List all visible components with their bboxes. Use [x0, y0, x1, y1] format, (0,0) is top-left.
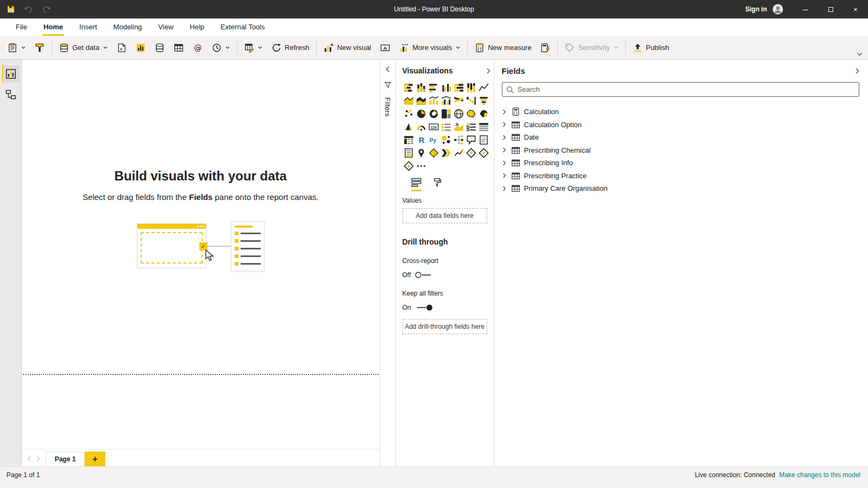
publish-button[interactable]: Publish	[628, 38, 674, 58]
custom-visual-3-icon[interactable]	[402, 160, 415, 172]
collapse-ribbon-button[interactable]	[854, 50, 865, 58]
power-apps-icon[interactable]	[427, 147, 440, 159]
refresh-button[interactable]: Refresh	[267, 38, 314, 58]
clustered-bar-chart-icon[interactable]	[427, 82, 440, 94]
collapse-fields-pane-button[interactable]	[856, 68, 859, 74]
fields-tab[interactable]	[411, 178, 422, 191]
more-options-icon[interactable]	[415, 160, 427, 172]
scatter-chart-icon[interactable]	[402, 108, 415, 120]
stacked-column-chart-icon[interactable]	[415, 82, 427, 94]
format-painter-button[interactable]	[30, 38, 49, 58]
ribbon-chart-icon[interactable]	[452, 95, 465, 107]
stacked-area-chart-icon[interactable]	[415, 95, 427, 107]
waterfall-chart-icon[interactable]	[465, 95, 477, 107]
menu-home[interactable]: Home	[35, 18, 71, 36]
page-tab[interactable]: Page 1	[46, 452, 85, 466]
field-item-primary-care-organisation[interactable]: Primary Care Organisation	[502, 182, 860, 195]
azure-map-icon[interactable]	[402, 121, 415, 133]
expand-chevron-icon[interactable]	[502, 122, 507, 127]
fields-search-box[interactable]	[502, 82, 860, 97]
expand-chevron-icon[interactable]	[502, 135, 507, 140]
sign-in-button[interactable]: Sign in	[745, 5, 767, 13]
filters-pane-label[interactable]: Filters	[383, 97, 392, 116]
expand-filters-pane-button[interactable]	[386, 66, 389, 72]
menu-file[interactable]: File	[8, 18, 35, 36]
undo-icon[interactable]	[24, 5, 33, 14]
menu-view[interactable]: View	[150, 18, 181, 36]
100-stacked-bar-chart-icon[interactable]	[452, 82, 465, 94]
custom-visual-2-icon[interactable]	[477, 147, 490, 159]
table-icon[interactable]	[477, 121, 490, 133]
paste-button[interactable]	[3, 38, 30, 58]
field-item-calculation[interactable]: Calculation	[502, 105, 860, 118]
report-view-button[interactable]	[2, 65, 20, 83]
arcgis-map-icon[interactable]	[415, 147, 427, 159]
donut-chart-icon[interactable]	[427, 108, 440, 120]
map-icon[interactable]	[452, 108, 465, 120]
field-item-prescribing-practice[interactable]: Prescribing Practice	[502, 170, 860, 183]
pie-chart-icon[interactable]	[415, 108, 427, 120]
transform-data-button[interactable]	[240, 38, 267, 58]
field-item-prescribing-chemical[interactable]: Prescribing Chemical	[502, 144, 860, 157]
add-drill-through-fields-dropzone[interactable]: Add drill-through fields here	[402, 319, 487, 334]
decomposition-tree-icon[interactable]	[452, 134, 465, 146]
card-icon[interactable]: 123	[427, 121, 440, 133]
sensitivity-button[interactable]: Sensitivity	[561, 38, 622, 58]
dataverse-button[interactable]: @	[188, 38, 207, 58]
minimize-button[interactable]: ─	[793, 0, 818, 18]
next-page-arrow-icon[interactable]	[36, 455, 40, 461]
new-measure-button[interactable]: New measure	[470, 38, 536, 58]
power-bi-datasets-button[interactable]	[131, 38, 150, 58]
text-box-button[interactable]: A	[376, 38, 394, 58]
expand-chevron-icon[interactable]	[502, 173, 507, 178]
key-influencers-icon[interactable]	[440, 134, 452, 146]
expand-chevron-icon[interactable]	[502, 109, 507, 115]
area-chart-icon[interactable]	[402, 95, 415, 107]
excel-workbook-button[interactable]: x	[112, 38, 131, 58]
field-item-date[interactable]: Date	[502, 131, 860, 144]
stacked-bar-chart-icon[interactable]	[402, 82, 415, 94]
menu-external-tools[interactable]: External Tools	[212, 18, 273, 36]
metrics-icon[interactable]	[452, 147, 465, 159]
menu-help[interactable]: Help	[181, 18, 212, 36]
get-data-button[interactable]: Get data	[55, 38, 112, 58]
new-visual-button[interactable]: New visual	[319, 38, 375, 58]
make-changes-link[interactable]: Make changes to this model	[779, 471, 860, 479]
100-stacked-column-chart-icon[interactable]	[465, 82, 477, 94]
collapse-visualizations-pane-button[interactable]	[487, 68, 490, 74]
save-icon[interactable]	[7, 5, 15, 14]
qa-visual-icon[interactable]: ?	[465, 134, 477, 146]
line-and-clustered-column-chart-icon[interactable]	[440, 95, 452, 107]
recent-sources-button[interactable]	[207, 38, 234, 58]
redo-icon[interactable]	[42, 5, 51, 14]
treemap-icon[interactable]	[440, 108, 452, 120]
cross-report-toggle[interactable]	[414, 271, 433, 279]
keep-all-filters-toggle[interactable]	[415, 304, 433, 311]
close-button[interactable]: ×	[843, 0, 868, 18]
filled-map-icon[interactable]	[465, 108, 477, 120]
custom-visual-icon[interactable]	[465, 147, 477, 159]
multi-row-card-icon[interactable]	[440, 121, 452, 133]
model-view-button[interactable]	[2, 86, 20, 103]
clustered-column-chart-icon[interactable]	[440, 82, 452, 94]
expand-chevron-icon[interactable]	[502, 186, 507, 191]
search-input[interactable]	[518, 85, 856, 93]
slicer-icon[interactable]	[465, 121, 477, 133]
smart-narrative-icon[interactable]	[477, 134, 490, 146]
field-item-prescribing-info[interactable]: Prescribing Info	[502, 157, 860, 170]
kpi-icon[interactable]: A	[452, 121, 465, 133]
report-canvas[interactable]: Build visuals with your data Select or d…	[22, 60, 380, 466]
line-and-stacked-column-chart-icon[interactable]	[427, 95, 440, 107]
funnel-chart-icon[interactable]	[477, 95, 490, 107]
expand-chevron-icon[interactable]	[502, 147, 507, 153]
menu-modeling[interactable]: Modeling	[105, 18, 150, 36]
r-script-visual-icon[interactable]: R	[415, 134, 427, 146]
account-avatar[interactable]	[772, 4, 783, 15]
sql-server-button[interactable]	[150, 38, 169, 58]
previous-page-arrow-icon[interactable]	[27, 455, 31, 461]
quick-measure-button[interactable]	[536, 38, 555, 58]
paginated-report-icon[interactable]	[402, 147, 415, 159]
add-data-fields-dropzone[interactable]: Add data fields here	[402, 208, 487, 223]
maximize-button[interactable]	[818, 0, 843, 18]
python-visual-icon[interactable]: Py	[427, 134, 440, 146]
